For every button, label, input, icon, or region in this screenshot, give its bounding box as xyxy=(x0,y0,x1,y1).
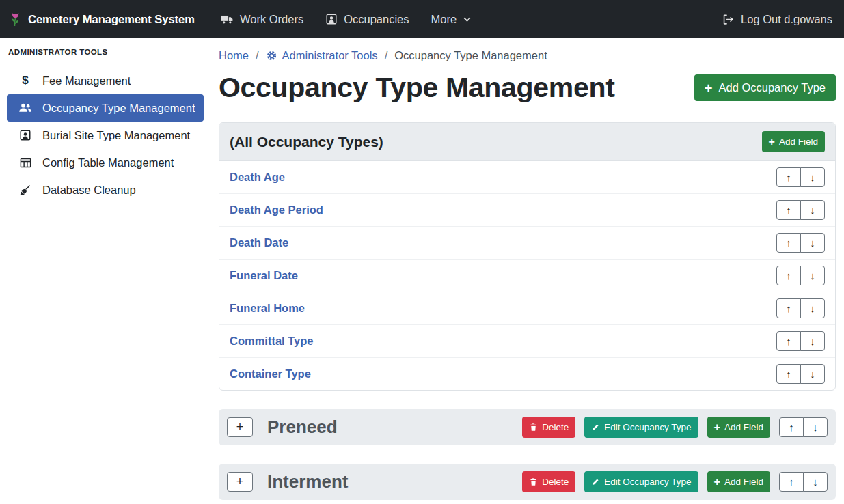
sidebar-item-label: Fee Management xyxy=(42,74,131,87)
move-up-button[interactable]: ↑ xyxy=(776,298,801,318)
down-arrow-icon: ↓ xyxy=(810,368,815,380)
move-up-button[interactable]: ↑ xyxy=(776,266,801,285)
move-up-button[interactable]: ↑ xyxy=(779,472,804,492)
up-arrow-icon: ↑ xyxy=(786,270,791,281)
sidebar-item-config-table-management[interactable]: Config Table Management xyxy=(7,149,204,176)
logout-link[interactable]: Log Out d.gowans xyxy=(722,13,832,26)
breadcrumb-admin-tools-link[interactable]: Administrator Tools xyxy=(266,49,378,62)
up-arrow-icon: ↑ xyxy=(786,368,791,380)
reorder-buttons: ↑ ↓ xyxy=(776,331,825,351)
breadcrumb-separator: / xyxy=(385,49,388,62)
field-link[interactable]: Death Age xyxy=(230,171,285,184)
add-occupancy-type-button[interactable]: + Add Occupancy Type xyxy=(694,74,836,101)
field-row: Funeral Date ↑ ↓ xyxy=(219,259,835,292)
edit-occupancy-type-button[interactable]: Edit Occupancy Type xyxy=(584,471,698,492)
move-up-button[interactable]: ↑ xyxy=(776,364,801,384)
move-down-button[interactable]: ↓ xyxy=(800,298,825,318)
truck-icon xyxy=(221,13,234,26)
tulip-icon xyxy=(9,12,22,27)
field-link[interactable]: Funeral Date xyxy=(230,269,298,282)
sidebar-item-database-cleanup[interactable]: Database Cleanup xyxy=(7,176,204,204)
field-row: Committal Type ↑ ↓ xyxy=(219,324,835,357)
move-down-button[interactable]: ↓ xyxy=(803,417,828,437)
up-arrow-icon: ↑ xyxy=(786,303,791,314)
move-up-button[interactable]: ↑ xyxy=(776,233,801,253)
users-icon xyxy=(17,101,33,115)
move-down-button[interactable]: ↓ xyxy=(800,200,825,220)
down-arrow-icon: ↓ xyxy=(810,270,815,281)
sidebar-item-burial-site-type-management[interactable]: Burial Site Type Management xyxy=(7,122,204,149)
down-arrow-icon: ↓ xyxy=(813,421,818,433)
nav-work-orders[interactable]: Work Orders xyxy=(221,13,303,26)
occupancy-type-section: + Preneed Delete xyxy=(219,409,836,445)
occupancy-type-section: + Interment Delete xyxy=(219,464,836,500)
move-down-button[interactable]: ↓ xyxy=(800,233,825,253)
move-down-button[interactable]: ↓ xyxy=(800,167,825,187)
occupancy-type-sections: + Preneed Delete xyxy=(219,409,836,500)
delete-button[interactable]: Delete xyxy=(522,417,575,438)
delete-button[interactable]: Delete xyxy=(522,471,575,492)
field-link[interactable]: Funeral Home xyxy=(230,302,305,315)
down-arrow-icon: ↓ xyxy=(810,171,815,183)
field-link[interactable]: Container Type xyxy=(230,367,311,380)
reorder-buttons: ↑ ↓ xyxy=(776,233,825,253)
sidebar-item-occupancy-type-management[interactable]: Occupancy Type Management xyxy=(7,94,204,122)
section-title: Interment xyxy=(267,471,348,492)
reorder-buttons: ↑ ↓ xyxy=(776,200,825,220)
move-up-button[interactable]: ↑ xyxy=(776,167,801,187)
reorder-buttons: ↑ ↓ xyxy=(776,364,825,384)
field-link[interactable]: Committal Type xyxy=(230,335,314,348)
expand-button[interactable]: + xyxy=(227,417,253,437)
add-field-button[interactable]: + Add Field xyxy=(762,131,825,152)
card-header: (All Occupancy Types) + Add Field xyxy=(219,123,835,161)
card-title: (All Occupancy Types) xyxy=(230,134,383,150)
nav-more[interactable]: More xyxy=(431,13,472,26)
breadcrumb-home-link[interactable]: Home xyxy=(219,49,249,62)
move-up-button[interactable]: ↑ xyxy=(776,200,801,220)
nav-occupancies[interactable]: Occupancies xyxy=(325,13,409,26)
app-brand[interactable]: Cemetery Management System xyxy=(9,12,195,27)
page-title: Occupancy Type Management xyxy=(219,72,615,104)
section-actions: Delete Edit Occupancy Type + Add Field xyxy=(522,471,828,492)
app-title: Cemetery Management System xyxy=(28,13,195,26)
broom-icon xyxy=(17,184,33,197)
add-field-button[interactable]: + Add Field xyxy=(707,417,770,438)
down-arrow-icon: ↓ xyxy=(810,335,815,347)
field-list: Death Age ↑ ↓ Death Age Period xyxy=(219,161,835,390)
edit-occupancy-type-button[interactable]: Edit Occupancy Type xyxy=(584,417,698,438)
move-down-button[interactable]: ↓ xyxy=(803,472,828,492)
breadcrumb-current: Occupancy Type Management xyxy=(394,49,547,62)
move-down-button[interactable]: ↓ xyxy=(800,364,825,384)
reorder-buttons: ↑ ↓ xyxy=(776,298,825,318)
move-up-button[interactable]: ↑ xyxy=(779,417,804,437)
field-row: Death Age ↑ ↓ xyxy=(219,161,835,193)
plus-icon: + xyxy=(236,420,244,434)
down-arrow-icon: ↓ xyxy=(810,303,815,314)
expand-button[interactable]: + xyxy=(227,472,253,492)
trash-icon xyxy=(529,477,538,486)
move-down-button[interactable]: ↓ xyxy=(800,266,825,285)
section-title: Preneed xyxy=(267,417,338,438)
reorder-buttons: ↑ ↓ xyxy=(779,472,828,492)
table-icon xyxy=(17,156,33,169)
sidebar: Administrator Tools $ Fee Management Occ… xyxy=(0,38,210,500)
field-row: Container Type ↑ ↓ xyxy=(219,357,835,390)
field-row: Funeral Home ↑ ↓ xyxy=(219,292,835,324)
field-link[interactable]: Death Date xyxy=(230,236,288,249)
move-up-button[interactable]: ↑ xyxy=(776,331,801,351)
gear-icon xyxy=(266,50,277,61)
move-down-button[interactable]: ↓ xyxy=(800,331,825,351)
chevron-down-icon xyxy=(463,15,472,24)
pencil-icon xyxy=(591,477,600,486)
all-occupancy-types-card: (All Occupancy Types) + Add Field Death … xyxy=(219,122,836,391)
trash-icon xyxy=(529,423,538,432)
sidebar-item-label: Config Table Management xyxy=(42,156,174,169)
plus-icon: + xyxy=(769,137,775,148)
sidebar-item-fee-management[interactable]: $ Fee Management xyxy=(7,67,204,94)
sidebar-item-label: Database Cleanup xyxy=(42,184,136,197)
reorder-buttons: ↑ ↓ xyxy=(776,167,825,187)
field-link[interactable]: Death Age Period xyxy=(230,204,323,216)
main-content: Home / Administrator Tools / Occupancy T… xyxy=(210,38,844,500)
up-arrow-icon: ↑ xyxy=(786,335,791,347)
add-field-button[interactable]: + Add Field xyxy=(707,471,770,492)
